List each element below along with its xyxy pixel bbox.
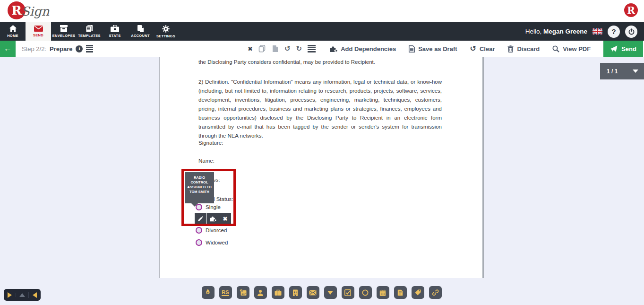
help-button[interactable]: ? — [608, 26, 620, 38]
clear-undo-icon: ↺ — [470, 45, 476, 52]
rpost-corner-logo: R — [624, 3, 638, 17]
email-envelope-icon — [309, 290, 317, 296]
pencil-icon — [197, 216, 204, 222]
account-pages-icon — [137, 25, 144, 32]
field-company-tile[interactable] — [289, 286, 302, 299]
step-label: Step 2/2: — [22, 45, 46, 52]
language-flag-icon[interactable] — [592, 28, 602, 35]
edit-tools: ✖ ↺ ↻ — [248, 41, 316, 57]
field-signature-tile[interactable] — [202, 286, 215, 299]
send-button[interactable]: Send — [603, 41, 643, 57]
field-text-tile[interactable] — [394, 286, 407, 299]
templates-docs-icon — [86, 25, 93, 32]
menu-icon[interactable] — [308, 45, 316, 52]
checkbox-icon — [344, 289, 351, 296]
question-mark-icon: ? — [611, 27, 616, 35]
user-greeting: Hello, Megan Greene — [525, 28, 587, 35]
field-hyperlink-tile[interactable] — [429, 286, 442, 299]
field-date-time-tile[interactable] — [237, 286, 249, 299]
back-arrow-icon: ← — [4, 44, 12, 53]
field-palette: RS — [159, 286, 484, 299]
field-checkbox-tile[interactable] — [342, 286, 354, 299]
discard-button[interactable]: Discard — [507, 41, 540, 57]
undo-icon[interactable]: ↺ — [284, 45, 291, 52]
radio-circle-icon — [362, 289, 369, 296]
user-name: Megan Greene — [543, 28, 587, 35]
rsign-logo[interactable]: R Sign — [8, 1, 50, 19]
field-assignment-tooltip: RADIO CONTROL ASSIGNED TO TOM SMITH — [185, 172, 214, 203]
send-envelope-icon — [34, 26, 43, 32]
arrow-left-icon — [33, 292, 37, 298]
radio-option-single: Single — [196, 204, 221, 210]
person-icon — [257, 289, 264, 296]
document-pager — [4, 289, 41, 301]
briefcase-icon — [275, 289, 282, 296]
nav-envelopes[interactable]: ENVELOPES — [51, 22, 77, 41]
field-list-icon[interactable] — [86, 45, 93, 52]
back-button[interactable]: ← — [0, 41, 16, 57]
rsign-app: R Sign R HOME SEND ENVELOPES TEMPLATES S… — [0, 0, 644, 305]
view-pdf-button[interactable]: View PDF — [552, 41, 591, 57]
step-name: Prepare — [50, 45, 72, 52]
draft-document-icon — [409, 45, 415, 52]
save-as-draft-button[interactable]: Save as Draft — [409, 41, 457, 57]
scroll-up-button[interactable] — [16, 293, 28, 297]
remove-x-icon: ✖ — [223, 216, 227, 222]
arrow-right-icon — [8, 292, 12, 298]
workspace: the Disclosing Party considers confident… — [0, 57, 644, 305]
power-icon — [628, 28, 635, 35]
field-email-tile[interactable] — [307, 286, 319, 299]
info-icon[interactable]: i — [76, 45, 83, 52]
field-initials-tile[interactable]: RS — [219, 286, 232, 299]
field-radio-tile[interactable] — [359, 286, 372, 299]
clear-button[interactable]: ↺ Clear — [470, 41, 495, 57]
edit-field-button[interactable] — [195, 213, 206, 224]
page-indicator[interactable]: 1 / 1 — [600, 63, 644, 79]
arrow-up-icon — [19, 293, 25, 297]
nav-stats[interactable]: STATS — [102, 22, 128, 41]
dropdown-icon — [327, 291, 333, 295]
field-dropdown-tile[interactable] — [324, 286, 337, 299]
remove-field-button[interactable]: ✖ — [219, 213, 231, 224]
step-indicator: Step 2/2: Prepare i — [22, 41, 93, 57]
dependency-puzzle-icon — [330, 45, 337, 52]
prev-page-button[interactable] — [28, 292, 41, 298]
paper-plane-icon — [610, 45, 618, 52]
field-date-tile[interactable] — [377, 286, 389, 299]
field-name-tile[interactable] — [254, 286, 267, 299]
calendar-icon — [379, 289, 386, 296]
date-time-stamp-icon — [240, 289, 247, 296]
nav-templates[interactable]: TEMPLATES — [77, 22, 102, 41]
magnifier-icon — [552, 45, 559, 52]
copy-icon[interactable] — [258, 45, 266, 52]
label-tag-icon — [414, 289, 421, 296]
page-number: 1 / 1 — [607, 68, 618, 75]
home-icon — [9, 25, 17, 32]
redo-icon[interactable]: ↻ — [296, 45, 302, 52]
field-dependency-button[interactable] — [207, 213, 219, 224]
rsign-logo-script: Sign — [21, 4, 50, 18]
text-document-icon — [397, 289, 403, 296]
nav-settings[interactable]: SETTINGS — [153, 22, 179, 41]
name-label: Name: — [198, 157, 215, 166]
signature-label: Signature: — [198, 139, 223, 148]
building-icon — [292, 289, 298, 296]
nav-account[interactable]: ACCOUNT — [128, 22, 153, 41]
nav-send[interactable]: SEND — [26, 22, 51, 41]
paste-icon[interactable] — [272, 45, 279, 52]
delete-field-icon[interactable]: ✖ — [248, 46, 253, 52]
document-page[interactable]: the Disclosing Party considers confident… — [159, 57, 484, 278]
envelopes-box-icon — [60, 25, 68, 32]
field-label-tile[interactable] — [412, 286, 424, 299]
nav-home[interactable]: HOME — [0, 22, 26, 41]
field-action-buttons: ✖ — [195, 213, 231, 224]
radio-button[interactable] — [196, 239, 202, 246]
next-page-button[interactable] — [4, 292, 16, 298]
logout-button[interactable] — [625, 26, 637, 38]
radio-option-divorced: Divorced — [196, 227, 227, 234]
add-dependencies-button[interactable]: Add Dependencies — [330, 41, 396, 57]
trash-icon — [507, 45, 514, 52]
stats-briefcase-icon — [111, 25, 119, 32]
field-title-tile[interactable] — [272, 286, 284, 299]
radio-button[interactable] — [196, 227, 202, 234]
